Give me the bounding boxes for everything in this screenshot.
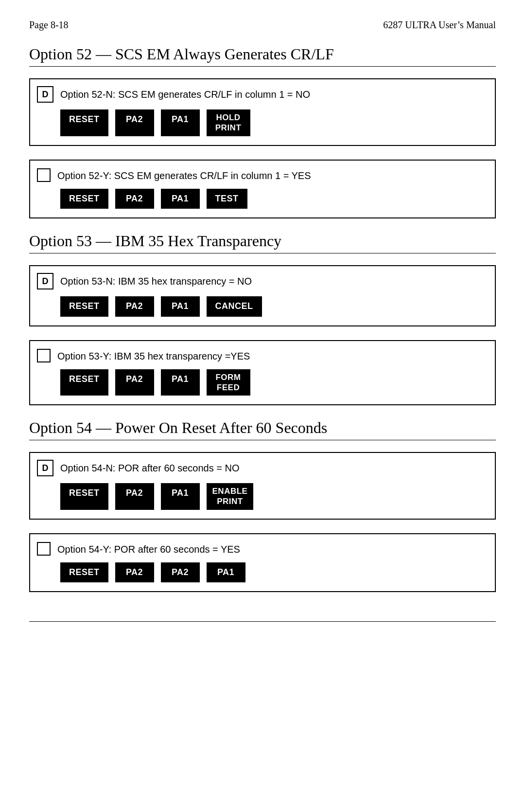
option-text: Option 52-N: SCS EM generates CR/LF in c… (60, 86, 310, 101)
section-divider-option54 (29, 440, 496, 440)
button-row: RESETPA2PA2PA1 (60, 562, 486, 583)
d-badge: D (37, 460, 53, 476)
key-button[interactable]: RESET (60, 109, 108, 136)
page-number: Page 8-18 (29, 19, 69, 31)
key-button[interactable]: FORMFEED (207, 369, 250, 396)
key-button[interactable]: PA1 (161, 369, 200, 396)
option-text: Option 53-N: IBM 35 hex transparency = N… (60, 273, 252, 288)
checkbox-placeholder (37, 349, 51, 362)
key-button[interactable]: PA1 (161, 109, 200, 136)
option-header-option54-1: Option 54-Y: POR after 60 seconds = YES (37, 541, 486, 556)
key-button[interactable]: RESET (60, 562, 108, 583)
option-text: Option 52-Y: SCS EM generates CR/LF in c… (57, 167, 311, 182)
section-divider-option52 (29, 66, 496, 67)
checkbox-placeholder (37, 542, 51, 556)
section-title-option52: Option 52 — SCS EM Always Generates CR/L… (29, 45, 496, 63)
option-box-option52-0: DOption 52-N: SCS EM generates CR/LF in … (29, 78, 496, 146)
option-box-option52-1: Option 52-Y: SCS EM generates CR/LF in c… (29, 160, 496, 219)
key-button[interactable]: RESET (60, 369, 108, 396)
key-button[interactable]: PA1 (161, 296, 200, 317)
key-button[interactable]: PA2 (115, 109, 154, 136)
key-button[interactable]: PA2 (115, 189, 154, 209)
page-footer (29, 621, 496, 625)
key-button[interactable]: PA2 (115, 483, 154, 510)
button-row: RESETPA2PA1TEST (60, 189, 486, 209)
option-box-option54-1: Option 54-Y: POR after 60 seconds = YESR… (29, 533, 496, 593)
section-title-option53: Option 53 — IBM 35 Hex Transparency (29, 232, 496, 250)
option-header-option54-0: DOption 54-N: POR after 60 seconds = NO (37, 460, 486, 476)
key-button[interactable]: ENABLEPRINT (207, 483, 254, 510)
key-button[interactable]: HOLDPRINT (207, 109, 250, 136)
option-box-option53-1: Option 53-Y: IBM 35 hex transparency =YE… (29, 340, 496, 406)
key-button[interactable]: PA2 (115, 562, 154, 583)
key-button[interactable]: RESET (60, 189, 108, 209)
key-button[interactable]: PA2 (115, 369, 154, 396)
button-row: RESETPA2PA1HOLDPRINT (60, 109, 486, 136)
option-header-option53-1: Option 53-Y: IBM 35 hex transparency =YE… (37, 348, 486, 362)
option-box-option54-0: DOption 54-N: POR after 60 seconds = NOR… (29, 452, 496, 520)
option-header-option53-0: DOption 53-N: IBM 35 hex transparency = … (37, 273, 486, 289)
option-header-option52-0: DOption 52-N: SCS EM generates CR/LF in … (37, 86, 486, 103)
checkbox-placeholder (37, 168, 51, 182)
key-button[interactable]: CANCEL (207, 296, 262, 317)
section-title-option54: Option 54 — Power On Reset After 60 Seco… (29, 419, 496, 437)
section-divider-option53 (29, 253, 496, 253)
option-text: Option 53-Y: IBM 35 hex transparency =YE… (57, 348, 250, 362)
option-text: Option 54-Y: POR after 60 seconds = YES (57, 541, 240, 556)
page-header: Page 8-18 6287 ULTRA User’s Manual (29, 19, 496, 31)
button-row: RESETPA2PA1FORMFEED (60, 369, 486, 396)
d-badge: D (37, 273, 53, 289)
key-button[interactable]: PA1 (161, 483, 200, 510)
option-box-option53-0: DOption 53-N: IBM 35 hex transparency = … (29, 265, 496, 326)
key-button[interactable]: TEST (207, 189, 247, 209)
key-button[interactable]: PA1 (161, 189, 200, 209)
button-row: RESETPA2PA1ENABLEPRINT (60, 483, 486, 510)
key-button[interactable]: PA1 (207, 562, 245, 583)
key-button[interactable]: RESET (60, 296, 108, 317)
option-text: Option 54-N: POR after 60 seconds = NO (60, 460, 240, 474)
manual-title: 6287 ULTRA User’s Manual (383, 19, 496, 31)
button-row: RESETPA2PA1CANCEL (60, 296, 486, 317)
key-button[interactable]: PA2 (161, 562, 200, 583)
option-header-option52-1: Option 52-Y: SCS EM generates CR/LF in c… (37, 167, 486, 182)
d-badge: D (37, 86, 53, 103)
key-button[interactable]: PA2 (115, 296, 154, 317)
key-button[interactable]: RESET (60, 483, 108, 510)
